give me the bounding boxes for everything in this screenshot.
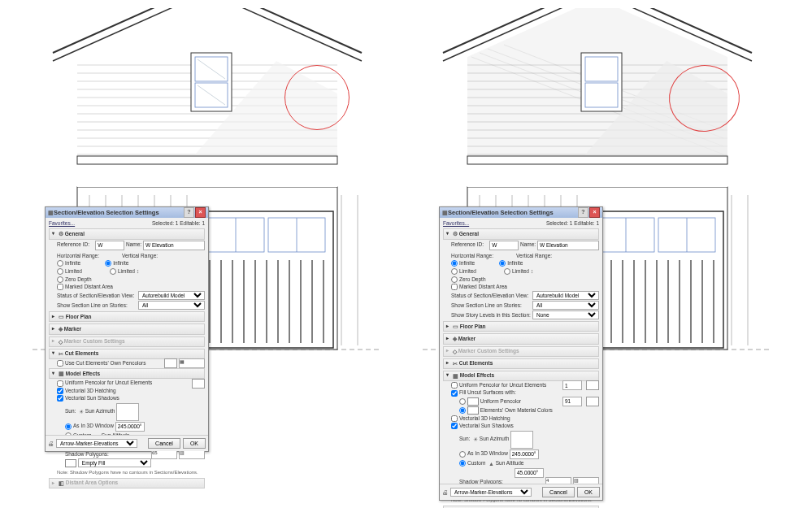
svg-rect-24	[77, 156, 337, 164]
uniform-pen-index[interactable]	[562, 397, 582, 406]
sun-asin3d[interactable]: As In 3D Window	[65, 423, 114, 429]
section-general[interactable]: ▾⚙ General	[49, 228, 205, 239]
vrange-limited[interactable]: Limited	[504, 268, 529, 275]
showstory-select[interactable]: None	[532, 310, 599, 319]
vectorial-hatching-check[interactable]: Vectorial 3D Hatching	[451, 415, 510, 422]
vectorial-hatching-check[interactable]: Vectorial 3D Hatching	[57, 388, 116, 394]
section-general[interactable]: ▾⚙ General	[443, 228, 599, 239]
selected-info: Selected: 1 Editable: 1	[546, 220, 599, 227]
hrange-infinite[interactable]: Infinite	[57, 260, 80, 267]
svg-rect-78	[581, 53, 622, 111]
sun-asin3d[interactable]: As In 3D Window	[459, 450, 508, 457]
favorites-link[interactable]: Favorites...	[443, 220, 469, 227]
azimuth-input[interactable]	[115, 422, 145, 432]
section-modeleffects[interactable]: ▾▦ Model Effects	[443, 371, 599, 381]
pen-well[interactable]	[164, 358, 177, 368]
dialog-titlebar[interactable]: ▦ Section/Elevation Selection Settings ?…	[440, 207, 602, 218]
vrange-infinite[interactable]: Infinite	[499, 260, 523, 267]
refid-input[interactable]	[489, 241, 519, 250]
status-select[interactable]: Autorebuild Model	[138, 291, 205, 300]
refid-input[interactable]	[95, 241, 124, 250]
hrange-limited[interactable]: Limited	[57, 268, 82, 275]
uncut-pen-well[interactable]	[586, 380, 599, 390]
dialog-title: Section/Elevation Selection Settings	[448, 209, 554, 216]
hrange-infinite[interactable]: Infinite	[451, 260, 475, 267]
hrange-zero[interactable]: Zero Depth	[57, 276, 92, 283]
marked-distant-check[interactable]: Marked Distant Area	[451, 284, 507, 290]
showline-select[interactable]: All	[532, 301, 599, 310]
print-icon[interactable]: 🖨	[48, 441, 54, 446]
own-material-radio[interactable]: Elements' Own Material Colors	[459, 406, 553, 415]
name-input[interactable]	[143, 241, 205, 250]
marked-distant-check[interactable]: Marked Distant Area	[57, 284, 113, 290]
vectorial-sun-check[interactable]: Vectorial Sun Shadows	[57, 395, 119, 402]
chevron-down-icon: ▾	[52, 350, 59, 357]
chevron-down-icon: ▾	[52, 231, 59, 237]
section-marker-custom: ▸◇ Marker Custom Settings	[443, 346, 599, 357]
settings-dialog-right: ▦ Section/Elevation Selection Settings ?…	[439, 206, 603, 501]
fill-uncut-check[interactable]: Fill Uncut Surfaces with:	[451, 389, 516, 396]
ok-button[interactable]: OK	[183, 438, 206, 449]
selected-info: Selected: 1 Editable: 1	[152, 220, 205, 227]
section-cutelements[interactable]: ▸✂ Cut Elements	[443, 358, 599, 369]
limit-icon[interactable]: ↕	[531, 267, 534, 275]
marker-select[interactable]: Arrow-Marker-Elevations	[450, 488, 532, 497]
status-select[interactable]: Autorebuild Model	[532, 291, 599, 300]
sun-icon: ☀	[473, 436, 478, 443]
altitude-input[interactable]	[515, 468, 544, 478]
hrange-limited[interactable]: Limited	[451, 268, 476, 275]
close-icon[interactable]: ×	[195, 207, 206, 218]
section-cutelements[interactable]: ▾✂ Cut Elements	[49, 349, 205, 359]
sun-custom[interactable]: Custom	[459, 460, 485, 467]
own-pencolors-check[interactable]: Use Cut Elements' Own Pencolors	[57, 360, 146, 367]
section-icon: ▦	[442, 210, 448, 216]
favorites-link[interactable]: Favorites...	[49, 220, 75, 227]
marker-select[interactable]: Arrow-Marker-Elevations	[56, 439, 137, 448]
print-icon[interactable]: 🖨	[442, 489, 448, 495]
azimuth-input[interactable]	[510, 449, 539, 459]
sun-preview	[510, 431, 533, 449]
fill-select[interactable]: Empty Fill	[78, 458, 151, 467]
dialog-title: Section/Elevation Selection Settings	[54, 209, 159, 216]
help-icon[interactable]: ?	[184, 207, 194, 218]
annotation-circle-left	[284, 65, 350, 130]
uniform-pen-radio[interactable]: Uniform Pencolor	[459, 397, 521, 406]
section-floorplan[interactable]: ▸▭ Floor Plan	[49, 311, 205, 322]
dialog-titlebar[interactable]: ▦ Section/Elevation Selection Settings ?…	[46, 207, 208, 218]
cancel-button[interactable]: Cancel	[542, 487, 575, 497]
svg-rect-76	[467, 156, 727, 164]
ok-button[interactable]: OK	[577, 487, 600, 497]
chevron-down-icon: ▾	[52, 371, 59, 377]
section-marker[interactable]: ▸◈ Marker	[49, 323, 205, 334]
linetype-select[interactable]: ▦	[179, 358, 205, 368]
settings-dialog-left: ▦ Section/Elevation Selection Settings ?…	[45, 206, 209, 452]
name-input[interactable]	[537, 241, 599, 250]
close-icon[interactable]: ×	[589, 207, 600, 218]
section-floorplan[interactable]: ▸▭ Floor Plan	[443, 321, 599, 332]
svg-rect-26	[191, 53, 232, 111]
section-marker[interactable]: ▸◈ Marker	[443, 333, 599, 344]
chevron-right-icon: ▸	[52, 326, 59, 332]
help-icon[interactable]: ?	[578, 207, 588, 218]
chevron-right-icon: ▸	[52, 314, 59, 320]
hrange-zero[interactable]: Zero Depth	[451, 276, 486, 283]
sun-icon: ☀	[79, 408, 84, 415]
vrange-limited[interactable]: Limited	[110, 268, 135, 275]
refid-label: Reference ID:	[57, 241, 95, 248]
uniform-uncut-check[interactable]: Uniform Pencolor for Uncut Elements	[451, 382, 546, 389]
showline-select[interactable]: All	[138, 301, 205, 310]
uncut-pen-index[interactable]	[562, 380, 582, 390]
sun-preview	[116, 403, 139, 421]
section-icon: ▦	[48, 210, 54, 216]
fill-swatch[interactable]	[65, 459, 76, 467]
section-distant: ▸◧ Distant Area Options	[49, 478, 205, 488]
limit-icon[interactable]: ↕	[137, 267, 140, 275]
cancel-button[interactable]: Cancel	[148, 438, 180, 449]
vectorial-sun-check[interactable]: Vectorial Sun Shadows	[451, 423, 514, 429]
shadow-note: Note: Shadow Polygons have no contours i…	[57, 470, 205, 476]
section-modeleffects[interactable]: ▾▦ Model Effects	[49, 368, 205, 379]
vrange-infinite[interactable]: Infinite	[105, 260, 128, 267]
uniform-uncut-check[interactable]: Uniform Pencolor for Uncut Elements	[57, 380, 152, 386]
section-marker-custom: ▸◇ Marker Custom Settings	[49, 336, 205, 347]
uncut-pen-well[interactable]	[192, 379, 205, 389]
